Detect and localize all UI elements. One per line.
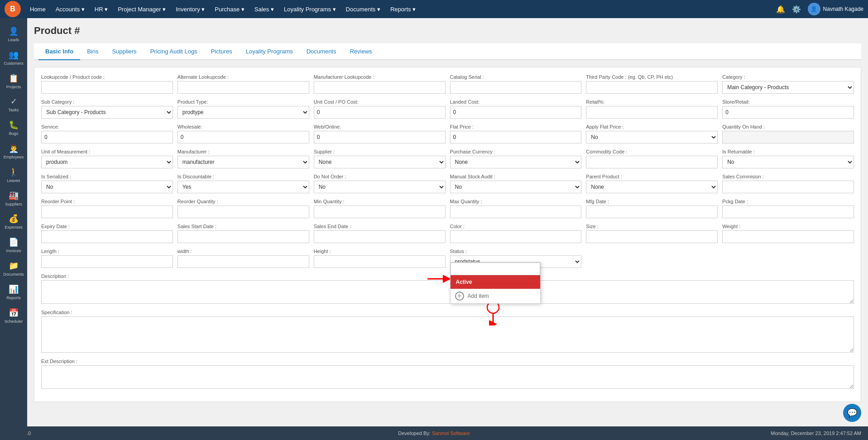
height-input[interactable] <box>314 255 446 268</box>
field-unit-of-measurement: Unit of Measurement : produom <box>41 149 173 168</box>
supplier-select[interactable]: None <box>314 156 446 168</box>
weight-input[interactable] <box>722 230 854 243</box>
manufacturer-lookupcode-input[interactable] <box>314 81 446 94</box>
product-type-select[interactable]: prodtype <box>177 106 309 119</box>
unit-cost-input[interactable] <box>314 106 446 119</box>
max-quantity-label: Max Quantity : <box>450 199 582 204</box>
status-search-input[interactable] <box>451 263 540 275</box>
sales-commision-input[interactable] <box>722 181 854 193</box>
field-sales-end-date: Sales End Date : <box>314 224 446 243</box>
third-party-code-input[interactable] <box>586 81 718 94</box>
quantity-on-hand-input[interactable] <box>722 131 854 143</box>
nav-documents[interactable]: Documents ▾ <box>341 3 385 15</box>
form-row-7: Expiry Date : Sales Start Date : Sales E… <box>41 224 854 243</box>
apply-flat-price-select[interactable]: No <box>586 131 718 143</box>
catalog-serial-input[interactable] <box>450 81 582 94</box>
tab-basic-info[interactable]: Basic Info <box>38 43 80 60</box>
is-discountable-select[interactable]: Yes <box>177 181 309 193</box>
color-input[interactable] <box>450 230 582 243</box>
status-add-item[interactable]: + Add item <box>451 289 540 303</box>
reorder-point-input[interactable] <box>41 206 173 218</box>
is-serialized-select[interactable]: No <box>41 181 173 193</box>
unit-of-measurement-select[interactable]: produom <box>41 156 173 168</box>
nav-sales[interactable]: Sales ▾ <box>250 3 278 15</box>
max-quantity-input[interactable] <box>450 206 582 218</box>
sidebar-item-bugs[interactable]: 🐛 Bugs <box>0 116 27 140</box>
notification-icon[interactable]: 🔔 <box>776 5 785 14</box>
sidebar-item-invoices[interactable]: 📄 Invoices <box>0 234 27 257</box>
tab-pictures[interactable]: Pictures <box>204 43 239 60</box>
sidebar-item-suppliers[interactable]: 🏭 Suppliers <box>0 187 27 210</box>
width-input[interactable] <box>177 255 309 268</box>
tab-documents[interactable]: Documents <box>300 43 343 60</box>
service-input[interactable] <box>41 131 173 143</box>
nav-purchase[interactable]: Purchase ▾ <box>210 3 249 15</box>
description-label: Description : <box>41 273 854 279</box>
sidebar-item-employees[interactable]: 👨‍💼 Employees <box>0 140 27 163</box>
web-online-label: Web/Online: <box>314 124 446 129</box>
tab-reviews[interactable]: Reviews <box>343 43 379 60</box>
min-quantity-input[interactable] <box>314 206 446 218</box>
tab-loyality-programs[interactable]: Loyality Programs <box>239 43 300 60</box>
parent-product-select[interactable]: None <box>586 181 718 193</box>
commodity-code-input[interactable] <box>586 156 718 168</box>
store-retail-input[interactable] <box>722 106 854 119</box>
size-input[interactable] <box>586 230 718 243</box>
length-input[interactable] <box>41 255 173 268</box>
nav-accounts[interactable]: Accounts ▾ <box>51 3 89 15</box>
nav-loyality-programs[interactable]: Loyality Programs ▾ <box>279 3 340 15</box>
sidebar-item-leads[interactable]: 👤 Leads <box>0 23 27 46</box>
landed-cost-input[interactable] <box>450 106 582 119</box>
manufacturer-select[interactable]: manufacturer <box>177 156 309 168</box>
sidebar-item-reports-label: Reports <box>6 296 21 301</box>
field-max-quantity: Max Quantity : <box>450 199 582 218</box>
chat-button[interactable]: 💬 <box>843 404 861 422</box>
field-manufacturer-lookupcode: Manufacturer Lookupcode : <box>314 74 446 94</box>
sidebar-item-tasks[interactable]: ✓ Tasks <box>0 93 27 116</box>
flat-price-input[interactable] <box>450 131 582 143</box>
ext-description-textarea[interactable] <box>41 365 854 389</box>
field-supplier: Supplier : None <box>314 149 446 168</box>
alternate-lookupcode-input[interactable] <box>177 81 309 94</box>
settings-icon[interactable]: ⚙️ <box>792 5 801 14</box>
status-option-active[interactable]: Active <box>451 275 540 289</box>
nav-hr[interactable]: HR ▾ <box>90 3 112 15</box>
reorder-quantity-input[interactable] <box>177 206 309 218</box>
sales-end-date-input[interactable] <box>314 230 446 243</box>
do-not-order-select[interactable]: No <box>314 181 446 193</box>
developer-link[interactable]: Sanmol Software <box>432 430 470 436</box>
mfg-date-input[interactable] <box>586 206 718 218</box>
nav-reports[interactable]: Reports ▾ <box>386 3 420 15</box>
lookupcode-input[interactable] <box>41 81 173 94</box>
tab-suppliers[interactable]: Suppliers <box>105 43 143 60</box>
sidebar-item-scheduler[interactable]: 📅 Scheduler <box>0 304 27 328</box>
nav-home[interactable]: Home <box>25 3 50 15</box>
sub-category-select[interactable]: Sub Category - Products <box>41 106 173 119</box>
expiry-date-input[interactable] <box>41 230 173 243</box>
sidebar-item-documents[interactable]: 📁 Documents <box>0 257 27 281</box>
nav-inventory[interactable]: Inventory ▾ <box>171 3 209 15</box>
pckg-date-input[interactable] <box>722 206 854 218</box>
sidebar-item-leaves[interactable]: 🚶 Leaves <box>0 163 27 187</box>
sidebar-item-customers[interactable]: 👥 Customers <box>0 46 27 70</box>
sidebar-item-reports[interactable]: 📊 Reports <box>0 281 27 304</box>
category-select[interactable]: Main Category - Products <box>722 81 854 94</box>
sales-start-date-input[interactable] <box>177 230 309 243</box>
quantity-on-hand-label: Quantity On Hand : <box>722 124 854 129</box>
is-returnable-select[interactable]: No <box>722 156 854 168</box>
web-online-input[interactable] <box>314 131 446 143</box>
tab-bins[interactable]: Bins <box>80 43 105 60</box>
user-info[interactable]: 👤 Navnath Kagade <box>808 3 863 15</box>
tab-pricing-audit-logs[interactable]: Pricing Audit Logs <box>144 43 204 60</box>
wholesale-input[interactable] <box>177 131 309 143</box>
description-textarea[interactable] <box>41 280 854 304</box>
field-is-discountable: Is Discountable : Yes <box>177 174 309 193</box>
retail-percent-input[interactable] <box>586 106 718 119</box>
manual-stock-audit-select[interactable]: No <box>450 181 582 193</box>
sidebar-item-projects[interactable]: 📋 Projects <box>0 70 27 93</box>
sidebar-item-expenses[interactable]: 💰 Expenses <box>0 210 27 234</box>
purchase-currency-select[interactable]: None <box>450 156 582 168</box>
specification-textarea[interactable] <box>41 316 854 353</box>
nav-project-manager[interactable]: Project Manager ▾ <box>113 3 170 15</box>
form-row-5: Is Serialized : No Is Discountable : Yes… <box>41 174 854 193</box>
